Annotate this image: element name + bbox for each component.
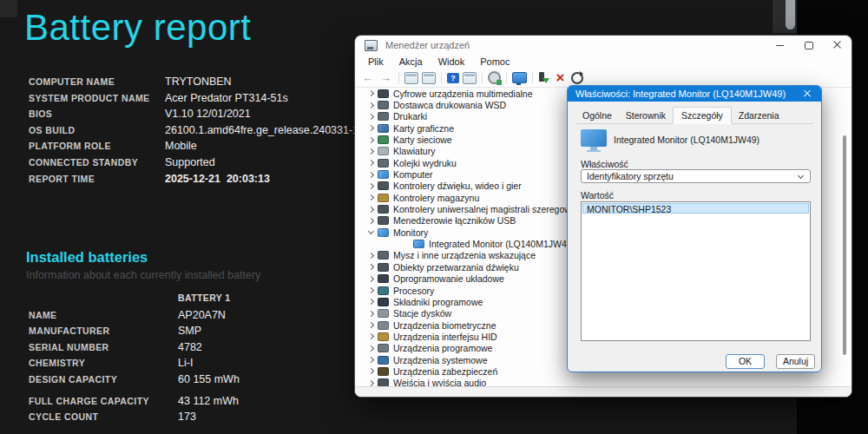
separator[interactable] <box>506 72 507 83</box>
chevron-icon[interactable] <box>367 124 375 132</box>
tree-item-label: Obiekty przetwarzania dźwięku <box>393 262 519 273</box>
chevron-icon[interactable] <box>367 102 375 109</box>
info-row: PLATFORM ROLE Mobile <box>29 140 377 156</box>
tree-item-label: Urządzenia programowe <box>393 343 492 353</box>
mouse-icon <box>378 251 389 260</box>
chevron-icon[interactable] <box>367 332 375 340</box>
chevron-icon[interactable] <box>367 356 375 364</box>
monitor-icon <box>378 228 389 237</box>
battery-row: MANUFACTURER SMP <box>29 325 240 341</box>
chevron-icon[interactable] <box>367 206 375 214</box>
dialog-tabs: Ogólne Sterownik Szczegóły Zdarzenia <box>575 108 813 124</box>
forward-icon[interactable] <box>378 71 393 84</box>
monitor-icon <box>413 240 424 248</box>
info-label: CONNECTED STANDBY <box>29 157 165 168</box>
chevron-icon[interactable] <box>367 228 375 236</box>
info-label: REPORT TIME <box>29 174 165 184</box>
battery-label: FULL CHARGE CAPACITY <box>29 396 178 406</box>
page-scrollbar-track[interactable] <box>773 0 797 33</box>
dialog-tab[interactable]: Zdarzenia <box>732 108 786 123</box>
value-listbox[interactable]: MONITOR\SHP1523 <box>581 201 811 341</box>
software-component-icon <box>378 298 389 306</box>
network-adapter-icon <box>378 135 389 144</box>
value-label: Wartość <box>581 190 614 201</box>
disk-drive-icon <box>378 309 389 318</box>
chevron-icon[interactable] <box>367 263 375 271</box>
close-button[interactable] <box>823 36 852 55</box>
properties-icon[interactable] <box>422 72 436 84</box>
monitor-icon[interactable] <box>512 72 527 83</box>
update-driver-icon[interactable] <box>538 72 549 83</box>
chevron-icon[interactable] <box>367 217 375 225</box>
page-title: Battery report <box>24 7 251 49</box>
printer-icon <box>378 101 389 109</box>
chevron-icon[interactable] <box>367 136 375 144</box>
devices-gear-icon[interactable] <box>488 71 501 84</box>
chevron-icon[interactable] <box>367 321 375 329</box>
dialog-title: Właściwości: Integrated Monitor (LQ140M1… <box>575 89 786 99</box>
info-value: Acer Predator PT314-51s <box>165 92 288 104</box>
menu-item[interactable]: Akcja <box>391 56 431 67</box>
dialog-tab[interactable]: Sterownik <box>619 108 673 123</box>
list-view-icon[interactable] <box>463 72 477 84</box>
help-icon[interactable] <box>447 73 459 83</box>
tree-item-label: Procesory <box>393 286 434 296</box>
back-icon[interactable] <box>360 71 375 84</box>
chevron-icon[interactable] <box>367 298 375 306</box>
cancel-button[interactable]: Anuluj <box>776 354 815 369</box>
monitor-icon <box>581 129 607 147</box>
battery-row: NAME AP20A7N <box>29 309 240 326</box>
chevron-icon[interactable] <box>367 113 375 121</box>
page-scrollbar-thumb[interactable] <box>786 0 795 30</box>
chevron-icon[interactable] <box>367 275 375 283</box>
console-tree-icon[interactable] <box>404 72 418 84</box>
storage-controller-icon <box>378 194 389 202</box>
dialog-titlebar[interactable]: Właściwości: Integrated Monitor (LQ140M1… <box>568 86 821 102</box>
chevron-icon[interactable] <box>367 252 375 260</box>
chevron-icon[interactable] <box>403 240 411 248</box>
security-device-icon <box>378 367 389 376</box>
info-row: BIOS V1.10 12/01/2021 <box>29 108 377 124</box>
value-list-item[interactable]: MONITOR\SHP1523 <box>582 203 809 214</box>
processor-icon <box>378 286 389 295</box>
chevron-icon[interactable] <box>367 89 375 97</box>
separator[interactable] <box>441 72 442 83</box>
tree-item-label: Urządzenia biometryczne <box>393 320 496 331</box>
battery-row: SERIAL NUMBER 4782 <box>29 341 240 358</box>
chevron-icon[interactable] <box>367 286 375 294</box>
tree-item-label: Menedżerowie łączników USB <box>393 215 516 226</box>
tree-scrollbar-thumb[interactable] <box>843 135 846 355</box>
minimize-button[interactable] <box>766 36 794 55</box>
chevron-icon[interactable] <box>367 367 375 375</box>
chevron-icon[interactable] <box>367 194 375 201</box>
separator[interactable] <box>398 72 399 83</box>
menu-item[interactable]: Widok <box>431 56 473 67</box>
menu-item[interactable]: Plik <box>360 56 391 67</box>
maximize-button[interactable] <box>794 36 823 55</box>
separator[interactable] <box>482 72 483 83</box>
info-row: SYSTEM PRODUCT NAME Acer Predator PT314-… <box>29 92 377 108</box>
separator[interactable] <box>532 72 533 83</box>
scan-hardware-icon[interactable] <box>571 72 583 84</box>
menu-item[interactable]: Pomoc <box>472 56 517 67</box>
chevron-icon[interactable] <box>367 171 375 179</box>
tree-item-label: Kontrolery dźwięku, wideo i gier <box>393 181 522 191</box>
chevron-icon[interactable] <box>367 310 375 318</box>
uninstall-device-icon[interactable] <box>553 71 568 84</box>
dialog-tab[interactable]: Szczegóły <box>673 107 732 124</box>
device-manager-titlebar[interactable]: Menedżer urządzeń <box>355 36 852 55</box>
chevron-icon[interactable] <box>367 148 375 155</box>
tree-item-label: Monitory <box>393 227 428 238</box>
dialog-close-icon[interactable] <box>801 88 813 100</box>
chevron-icon[interactable] <box>367 345 375 352</box>
tree-item-label: Urządzenia systemowe <box>393 355 488 365</box>
dialog-tab[interactable]: Ogólne <box>575 108 619 123</box>
property-dropdown[interactable]: Identyfikatory sprzętu <box>581 169 811 183</box>
battery-label: DESIGN CAPACITY <box>29 374 178 385</box>
biometric-icon <box>378 321 389 330</box>
battery-value: Li-I <box>178 357 193 369</box>
chevron-icon[interactable] <box>367 159 375 167</box>
chevron-icon[interactable] <box>367 182 375 190</box>
status-bar <box>355 386 852 397</box>
ok-button[interactable]: OK <box>726 354 765 369</box>
